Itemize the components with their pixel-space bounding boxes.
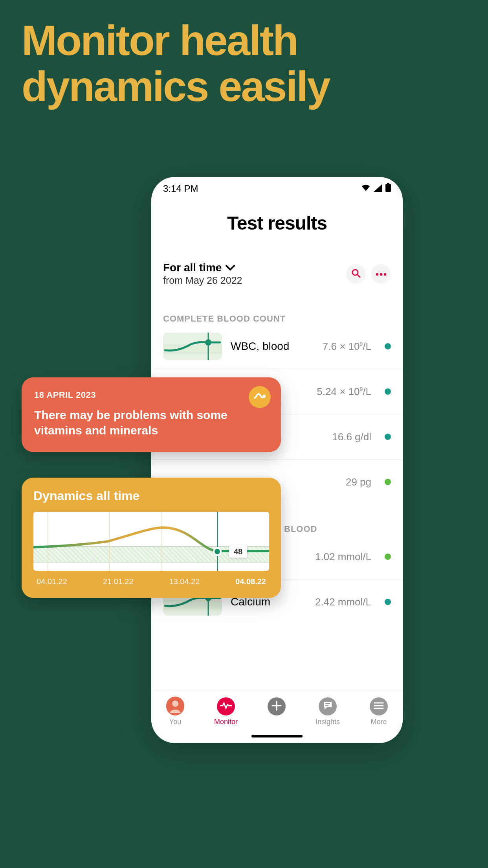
chart-x-label: 04.08.22	[235, 577, 266, 586]
alert-card[interactable]: 18 APRIL 2023 There may be problems with…	[22, 377, 281, 452]
status-indicator-dot	[385, 554, 391, 560]
tab-label: Insights	[316, 718, 340, 726]
cellular-icon	[374, 183, 382, 194]
home-indicator	[251, 735, 303, 737]
svg-rect-22	[163, 600, 222, 610]
more-horizontal-icon	[376, 270, 387, 278]
page-title: Test results	[151, 212, 403, 234]
test-value: 2.42 mmol/L	[315, 596, 371, 608]
marketing-headline: Monitor health dynamics easily	[22, 18, 488, 109]
chart-highlight-value: 48	[229, 545, 247, 557]
dynamics-chart-card[interactable]: Dynamics all time 48 04.01.22 21.01.22 1…	[22, 478, 281, 598]
alert-message: There may be problems with some vitamins…	[34, 407, 238, 438]
tab-label: You	[169, 718, 181, 726]
chat-icon	[322, 700, 333, 713]
tab-label: Monitor	[214, 718, 238, 726]
status-indicator-dot	[385, 479, 391, 485]
status-indicator-dot	[385, 388, 391, 395]
chart-x-label: 04.01.22	[37, 577, 67, 586]
more-options-button[interactable]	[371, 264, 391, 284]
tab-monitor[interactable]: Monitor	[214, 697, 238, 726]
test-value: 5.24 × 109/L	[317, 386, 371, 398]
svg-rect-0	[385, 184, 391, 192]
svg-rect-7	[163, 344, 222, 354]
tab-label: More	[371, 718, 387, 726]
svg-point-5	[380, 273, 382, 275]
tab-insights[interactable]: Insights	[316, 697, 340, 726]
section-header: COMPLETE BLOOD COUNT	[151, 314, 403, 324]
phone-frame: 3:14 PM Test results For all time from M…	[151, 177, 403, 743]
avatar-icon	[166, 697, 184, 717]
svg-point-4	[376, 273, 378, 275]
search-button[interactable]	[346, 264, 366, 284]
status-indicator-dot	[385, 599, 391, 605]
chart-x-axis: 04.01.22 21.01.22 13.04.22 04.08.22	[33, 577, 269, 586]
test-value: 16.6 g/dl	[332, 431, 371, 443]
status-bar: 3:14 PM	[151, 177, 403, 200]
pulse-icon	[254, 392, 266, 403]
status-indicator-dot	[385, 343, 391, 349]
chart-x-label: 21.01.22	[103, 577, 134, 586]
chevron-down-icon	[226, 261, 235, 274]
alert-icon-badge	[249, 386, 271, 408]
svg-point-26	[172, 701, 178, 707]
test-value: 29 pg	[346, 476, 371, 488]
dynamics-chart-area: 48	[33, 512, 269, 571]
wifi-icon	[361, 183, 371, 194]
svg-point-6	[384, 273, 386, 275]
time-filter-dropdown[interactable]: For all time	[163, 261, 242, 274]
status-time: 3:14 PM	[163, 183, 198, 194]
search-icon	[351, 268, 361, 280]
filter-row: For all time from May 26 2022	[151, 261, 403, 286]
tab-add[interactable]	[268, 697, 286, 715]
svg-point-34	[262, 395, 266, 398]
svg-line-3	[357, 274, 360, 277]
alert-date: 18 APRIL 2023	[34, 390, 268, 400]
time-filter-label: For all time	[163, 261, 222, 274]
time-filter-subtext: from May 26 2022	[163, 275, 242, 286]
test-value: 1.02 mmol/L	[315, 551, 371, 563]
menu-icon	[374, 702, 384, 712]
svg-point-9	[205, 339, 211, 346]
chart-x-label: 13.04.22	[169, 577, 200, 586]
dynamics-chart-title: Dynamics all time	[33, 489, 269, 503]
test-name: WBC, blood	[231, 340, 314, 353]
tab-you[interactable]: You	[166, 697, 184, 726]
plus-icon	[272, 701, 282, 713]
test-result-row[interactable]: WBC, blood7.6 × 109/L	[151, 324, 403, 369]
battery-icon	[385, 183, 391, 194]
test-value: 7.6 × 109/L	[323, 340, 371, 353]
sparkline-chart	[163, 333, 222, 360]
svg-rect-1	[387, 183, 389, 184]
heartbeat-icon	[220, 702, 232, 712]
chart-highlight-point	[213, 547, 222, 556]
status-indicator-dot	[385, 434, 391, 440]
tab-more[interactable]: More	[370, 697, 388, 726]
